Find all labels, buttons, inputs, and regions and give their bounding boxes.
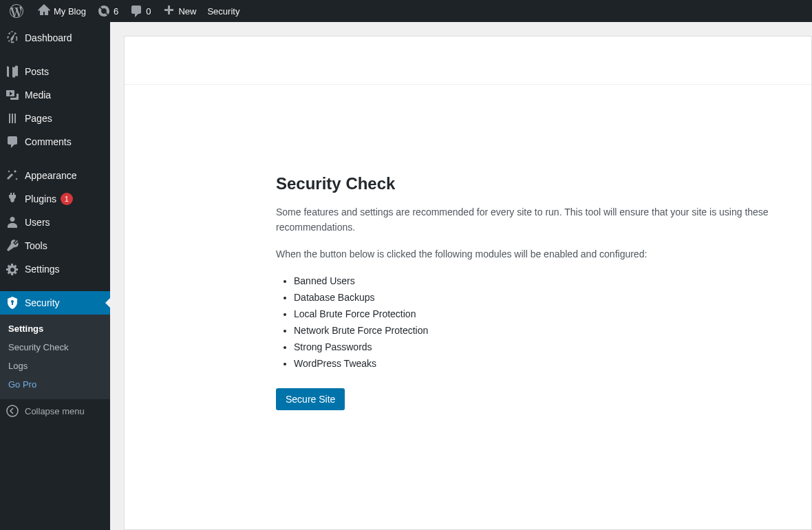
sidebar-item-settings[interactable]: Settings <box>0 257 110 281</box>
sidebar-dashboard-label: Dashboard <box>25 32 72 43</box>
adminbar-security-label: Security <box>207 6 239 17</box>
submenu-security-check[interactable]: Security Check <box>0 338 110 357</box>
admin-sidebar: Dashboard Posts Media Pages Comments App… <box>0 22 110 530</box>
shield-icon <box>6 296 19 310</box>
panel-header <box>125 36 811 85</box>
page-title: Security Check <box>276 174 770 193</box>
sidebar-item-security[interactable]: Security <box>0 291 110 315</box>
sidebar-pages-label: Pages <box>25 113 52 124</box>
sidebar-item-media[interactable]: Media <box>0 83 110 107</box>
module-item: Local Brute Force Protection <box>294 306 770 322</box>
pages-icon <box>6 112 19 125</box>
sidebar-item-posts[interactable]: Posts <box>0 60 110 83</box>
adminbar-updates-count: 6 <box>114 6 118 17</box>
users-icon <box>6 215 19 229</box>
sidebar-item-comments[interactable]: Comments <box>0 130 110 153</box>
sidebar-collapse-label: Collapse menu <box>25 406 85 416</box>
adminbar-security[interactable]: Security <box>202 0 245 22</box>
comments-icon <box>6 135 19 149</box>
sidebar-appearance-label: Appearance <box>25 170 77 181</box>
adminbar-new[interactable]: New <box>156 0 202 22</box>
sidebar-comments-label: Comments <box>25 136 72 147</box>
adminbar-comments-count: 0 <box>146 6 151 17</box>
security-panel: Security Check Some features and setting… <box>124 36 812 530</box>
adminbar-updates[interactable]: 6 <box>92 0 124 22</box>
sidebar-media-label: Media <box>25 89 51 100</box>
sidebar-item-appearance[interactable]: Appearance <box>0 164 110 187</box>
sidebar-item-tools[interactable]: Tools <box>0 234 110 257</box>
plugins-update-badge: 1 <box>61 193 73 205</box>
panel-description-2: When the button below is clicked the fol… <box>276 246 770 262</box>
modules-list: Banned Users Database Backups Local Brut… <box>294 273 770 372</box>
security-submenu: Settings Security Check Logs Go Pro <box>0 315 110 399</box>
sidebar-users-label: Users <box>25 217 50 228</box>
sidebar-plugins-label: Plugins <box>25 193 56 204</box>
sidebar-item-dashboard[interactable]: Dashboard <box>0 26 110 50</box>
collapse-icon <box>6 404 19 418</box>
module-item: Strong Passwords <box>294 339 770 355</box>
adminbar-site-name[interactable]: My Blog <box>32 0 92 22</box>
adminbar-comments[interactable]: 0 <box>124 0 156 22</box>
media-icon <box>6 88 19 102</box>
content-wrap: Security Check Some features and setting… <box>110 22 812 530</box>
sidebar-settings-label: Settings <box>25 264 60 275</box>
settings-icon <box>6 262 19 276</box>
adminbar-wp-logo[interactable] <box>4 0 32 22</box>
panel-description-1: Some features and settings are recommend… <box>276 204 770 235</box>
panel-body: Security Check Some features and setting… <box>125 85 811 438</box>
sidebar-item-pages[interactable]: Pages <box>0 107 110 130</box>
tools-icon <box>6 239 19 253</box>
comment-icon <box>129 4 143 18</box>
submenu-logs[interactable]: Logs <box>0 357 110 375</box>
module-item: WordPress Tweaks <box>294 355 770 372</box>
appearance-icon <box>6 169 19 182</box>
sidebar-security-label: Security <box>25 297 60 308</box>
plus-icon <box>162 4 175 18</box>
submenu-go-pro[interactable]: Go Pro <box>0 375 110 394</box>
wordpress-logo-icon <box>10 4 23 18</box>
secure-site-button[interactable]: Secure Site <box>276 388 345 410</box>
sidebar-collapse[interactable]: Collapse menu <box>0 399 110 423</box>
sidebar-item-plugins[interactable]: Plugins 1 <box>0 187 110 211</box>
submenu-settings[interactable]: Settings <box>0 319 110 338</box>
sidebar-posts-label: Posts <box>25 66 49 77</box>
sidebar-tools-label: Tools <box>25 240 47 251</box>
module-item: Network Brute Force Protection <box>294 322 770 339</box>
updates-icon <box>97 4 111 18</box>
module-item: Database Backups <box>294 289 770 306</box>
posts-icon <box>6 65 19 78</box>
adminbar-new-label: New <box>178 6 196 17</box>
adminbar-site-name-label: My Blog <box>54 6 86 17</box>
module-item: Banned Users <box>294 273 770 289</box>
svg-point-0 <box>7 405 18 416</box>
plugins-icon <box>6 192 19 206</box>
admin-toolbar: My Blog 6 0 New Security <box>0 0 812 22</box>
dashboard-icon <box>6 31 19 45</box>
home-icon <box>37 4 51 18</box>
sidebar-item-users[interactable]: Users <box>0 211 110 234</box>
